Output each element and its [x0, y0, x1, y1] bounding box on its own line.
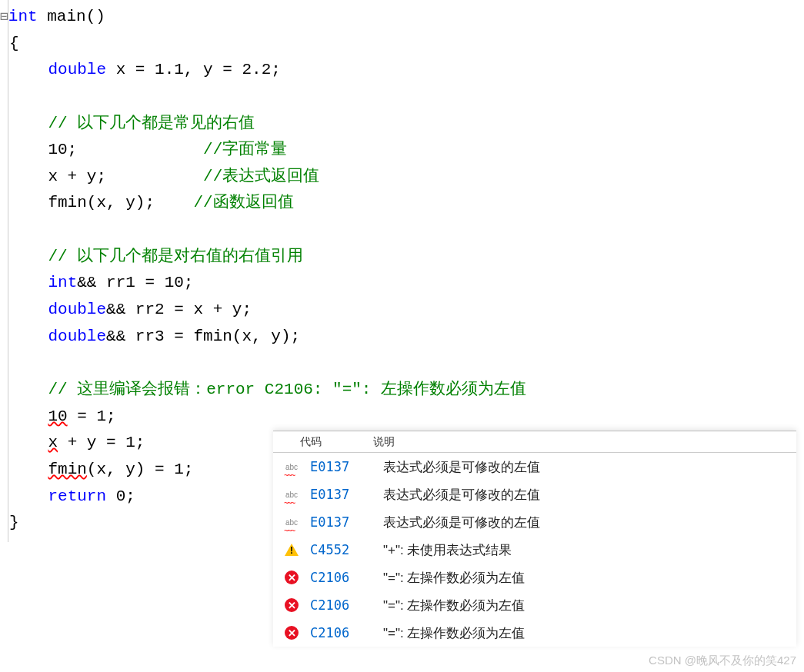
code-line: 10 = 1;: [0, 404, 804, 431]
error-code[interactable]: E0137: [310, 459, 383, 474]
code-line: x + y; //表达式返回值: [0, 164, 804, 191]
error-icon: ✕: [281, 594, 302, 616]
code-line: // 以下几个都是对右值的右值引用: [0, 244, 804, 271]
code-line: // 这里编译会报错：error C2106: "=": 左操作数必须为左值: [0, 377, 804, 404]
error-row[interactable]: ✕C2106"=": 左操作数必须为左值: [273, 591, 796, 619]
error-description: 表达式必须是可修改的左值: [383, 514, 796, 531]
code-line: double&& rr3 = fmin(x, y);: [0, 324, 804, 351]
error-squiggle: x: [48, 434, 58, 451]
error-list-panel[interactable]: 代码 说明 abcE0137表达式必须是可修改的左值abcE0137表达式必须是…: [273, 431, 796, 647]
code-line: double&& rr2 = x + y;: [0, 297, 804, 324]
intellisense-error-icon: abc: [281, 511, 302, 533]
header-code-col[interactable]: 代码: [296, 435, 373, 449]
error-icon: ✕: [281, 567, 302, 588]
error-code[interactable]: C2106: [310, 570, 383, 585]
header-desc-col[interactable]: 说明: [373, 435, 796, 449]
error-row[interactable]: ✕C2106"=": 左操作数必须为左值: [273, 564, 796, 591]
code-line: // 以下几个都是常见的右值: [0, 111, 804, 138]
error-row[interactable]: abcE0137表达式必须是可修改的左值: [273, 481, 796, 508]
error-code[interactable]: C2106: [310, 625, 383, 640]
error-row[interactable]: abcE0137表达式必须是可修改的左值: [273, 508, 796, 536]
error-icon: ✕: [281, 622, 302, 644]
intellisense-error-icon: abc: [281, 484, 302, 505]
error-description: "=": 左操作数必须为左值: [383, 569, 796, 587]
code-line: double x = 1.1, y = 2.2;: [0, 57, 804, 84]
error-code[interactable]: E0137: [310, 514, 383, 530]
error-code[interactable]: C4552: [310, 542, 383, 557]
error-row[interactable]: C4552"+": 未使用表达式结果: [273, 536, 796, 564]
error-description: "=": 左操作数必须为左值: [383, 624, 796, 642]
gutter-border: [8, 0, 8, 542]
error-description: 表达式必须是可修改的左值: [383, 486, 796, 504]
code-line: int&& rr1 = 10;: [0, 270, 804, 297]
code-line: [0, 84, 804, 111]
code-line: fmin(x, y); //函数返回值: [0, 190, 804, 217]
code-line: {: [0, 31, 804, 58]
error-row[interactable]: ✕C2106"=": 左操作数必须为左值: [273, 619, 796, 647]
intellisense-error-icon: abc: [281, 456, 302, 477]
error-code[interactable]: C2106: [310, 597, 383, 613]
error-row[interactable]: abcE0137表达式必须是可修改的左值: [273, 453, 796, 481]
error-code[interactable]: E0137: [310, 487, 383, 502]
error-squiggle: fmin: [48, 461, 86, 478]
error-description: "=": 左操作数必须为左值: [383, 597, 796, 614]
error-description: "+": 未使用表达式结果: [383, 541, 796, 559]
error-squiggle: 10: [48, 408, 67, 425]
warning-icon: [281, 539, 302, 561]
error-list-header: 代码 说明: [273, 431, 796, 453]
code-line: [0, 217, 804, 244]
watermark-text: CSDN @晚风不及你的笑427: [649, 654, 796, 668]
code-line: [0, 350, 804, 377]
error-description: 表达式必须是可修改的左值: [383, 458, 796, 476]
code-line: ⊟int main(): [0, 4, 804, 31]
code-line: 10; //字面常量: [0, 137, 804, 164]
